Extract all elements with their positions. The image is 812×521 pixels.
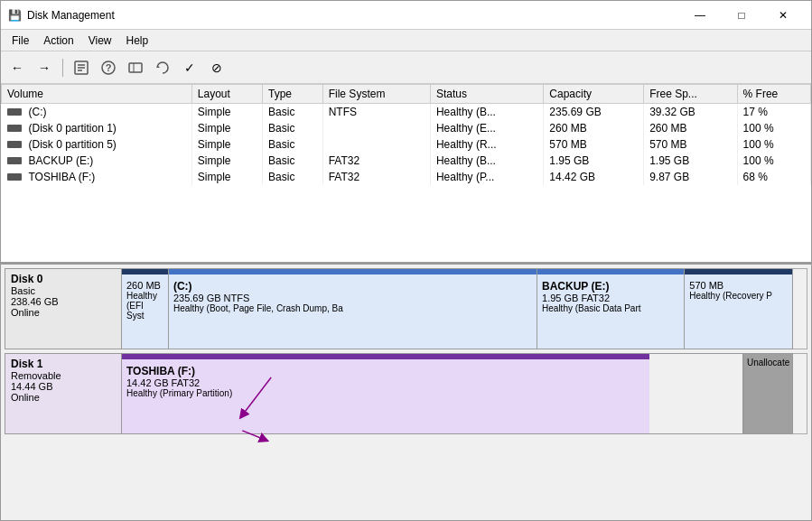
cell-type: Basic xyxy=(263,120,323,136)
disk0-partition-efi-content: 260 MB Healthy (EFI Syst xyxy=(126,280,163,321)
cell-pct: 100 % xyxy=(737,136,810,153)
disk1-partition-toshiba[interactable]: TOSHIBA (F:) 14.42 GB FAT32 Healthy (Pri… xyxy=(122,354,649,433)
cell-layout: Simple xyxy=(191,169,262,185)
disk0-recovery-content: 570 MB Healthy (Recovery P xyxy=(689,280,788,301)
cell-free: 260 MB xyxy=(644,120,737,136)
cell-volume: BACKUP (E:) xyxy=(2,153,192,169)
properties-button[interactable] xyxy=(69,56,94,79)
disk0-label: Disk 0 Basic 238.46 GB Online xyxy=(5,268,122,349)
cell-volume: (Disk 0 partition 5) xyxy=(2,136,192,153)
close-button[interactable]: ✕ xyxy=(762,1,804,30)
svg-marker-8 xyxy=(157,65,160,68)
disk1-type: Removable xyxy=(11,370,116,381)
maximize-button[interactable]: □ xyxy=(721,1,762,30)
col-layout: Layout xyxy=(191,85,262,104)
help-button[interactable]: ? xyxy=(96,56,121,79)
cell-volume: TOSHIBA (F:) xyxy=(2,169,192,185)
disk0-backup-status: Healthy (Basic Data Part xyxy=(542,303,679,313)
menu-help[interactable]: Help xyxy=(119,33,156,49)
disk0-partition-c-content: (C:) 235.69 GB NTFS Healthy (Boot, Page … xyxy=(173,280,532,313)
cancel-toolbar-button[interactable]: ⊘ xyxy=(204,56,229,79)
disk1-scrollbar[interactable] xyxy=(793,353,807,434)
disk1-name: Disk 1 xyxy=(11,358,116,370)
shrink-icon xyxy=(127,60,144,76)
svg-rect-6 xyxy=(129,63,142,72)
menu-view[interactable]: View xyxy=(81,33,119,49)
toolbar-separator-1 xyxy=(62,59,63,77)
disk0-partition-c[interactable]: (C:) 235.69 GB NTFS Healthy (Boot, Page … xyxy=(169,269,537,349)
disk0-backup-name: BACKUP (E:) xyxy=(542,280,679,293)
toolbar: ← → ? xyxy=(1,51,811,84)
cell-capacity: 235.69 GB xyxy=(544,104,644,121)
disk0-backup-size: 1.95 GB FAT32 xyxy=(542,293,679,303)
disk0-partition-backup-content: BACKUP (E:) 1.95 GB FAT32 Healthy (Basic… xyxy=(542,280,679,313)
cell-volume: (C:) xyxy=(2,104,192,121)
volume-table: Volume Layout Type File System Status Ca… xyxy=(1,84,811,185)
disk0-status: Online xyxy=(11,307,116,318)
col-free: Free Sp... xyxy=(644,85,737,104)
main-window: 💾 Disk Management — □ ✕ File Action View… xyxy=(0,0,812,521)
cell-pct: 100 % xyxy=(737,120,810,136)
col-status: Status xyxy=(430,85,543,104)
cell-fs: NTFS xyxy=(322,104,430,121)
cell-free: 1.95 GB xyxy=(644,153,737,169)
title-bar-controls: — □ ✕ xyxy=(679,1,804,30)
cell-type: Basic xyxy=(263,136,323,153)
back-button[interactable]: ← xyxy=(5,56,30,79)
menu-file[interactable]: File xyxy=(5,33,36,49)
disk1-status: Online xyxy=(11,392,116,403)
cell-status: Healthy (P... xyxy=(430,169,543,185)
disk1-partitions: TOSHIBA (F:) 14.42 GB FAT32 Healthy (Pri… xyxy=(122,353,743,434)
cell-fs: FAT32 xyxy=(322,169,430,185)
disk0-type: Basic xyxy=(11,285,116,296)
cell-layout: Simple xyxy=(191,120,262,136)
minimize-button[interactable]: — xyxy=(679,1,721,30)
table-row[interactable]: TOSHIBA (F:) Simple Basic FAT32 Healthy … xyxy=(2,169,811,185)
disk0-efi-size: 260 MB xyxy=(126,280,163,291)
refresh-icon xyxy=(154,60,171,76)
col-type: Type xyxy=(263,85,323,104)
cell-capacity: 260 MB xyxy=(544,120,644,136)
disk1-toshiba-status: Healthy (Primary Partition) xyxy=(126,388,645,398)
cell-layout: Simple xyxy=(191,136,262,153)
cell-pct: 68 % xyxy=(737,169,810,185)
list-pane[interactable]: Volume Layout Type File System Status Ca… xyxy=(1,84,811,265)
table-row[interactable]: BACKUP (E:) Simple Basic FAT32 Healthy (… xyxy=(2,153,811,169)
disk1-label: Disk 1 Removable 14.44 GB Online xyxy=(5,353,122,434)
disk0-partition-backup[interactable]: BACKUP (E:) 1.95 GB FAT32 Healthy (Basic… xyxy=(537,269,685,349)
check-button[interactable]: ✓ xyxy=(177,56,202,79)
cell-free: 570 MB xyxy=(644,136,737,153)
disk1-toshiba-name: TOSHIBA (F:) xyxy=(126,365,645,377)
disk1-toshiba-size: 14.42 GB FAT32 xyxy=(126,377,645,388)
table-row[interactable]: (Disk 0 partition 5) Simple Basic Health… xyxy=(2,136,811,153)
cell-status: Healthy (B... xyxy=(430,153,543,169)
menu-action[interactable]: Action xyxy=(36,33,80,49)
cell-free: 39.32 GB xyxy=(644,104,737,121)
disk0-name: Disk 0 xyxy=(11,273,116,285)
forward-button[interactable]: → xyxy=(32,56,57,79)
table-row[interactable]: (C:) Simple Basic NTFS Healthy (B... 235… xyxy=(2,104,811,121)
disk0-row: Disk 0 Basic 238.46 GB Online 260 MB Hea… xyxy=(5,268,807,349)
disk0-c-name: (C:) xyxy=(173,280,532,293)
disk1-row: Disk 1 Removable 14.44 GB Online TOSHIBA… xyxy=(5,353,807,434)
unallocated-text: Unallocate xyxy=(747,358,789,367)
window-title: Disk Management xyxy=(27,9,115,22)
cell-free: 9.87 GB xyxy=(644,169,737,185)
disk0-size: 238.46 GB xyxy=(11,296,116,307)
disk0-partitions: 260 MB Healthy (EFI Syst (C:) 235.69 GB … xyxy=(122,268,793,349)
shrink-button[interactable] xyxy=(123,56,148,79)
disk0-scrollbar[interactable] xyxy=(793,268,807,349)
cell-status: Healthy (R... xyxy=(430,136,543,153)
disk0-recovery-size: 570 MB xyxy=(689,280,788,291)
col-pct: % Free xyxy=(737,85,810,104)
disk0-partition-recovery[interactable]: 570 MB Healthy (Recovery P xyxy=(685,269,792,349)
cell-type: Basic xyxy=(263,104,323,121)
disk1-size: 14.44 GB xyxy=(11,381,116,392)
table-row[interactable]: (Disk 0 partition 1) Simple Basic Health… xyxy=(2,120,811,136)
graph-pane: Disk 0 Basic 238.46 GB Online 260 MB Hea… xyxy=(1,265,811,520)
disk0-partition-efi[interactable]: 260 MB Healthy (EFI Syst xyxy=(122,269,169,349)
refresh-button[interactable] xyxy=(150,56,175,79)
disk0-c-size: 235.69 GB NTFS xyxy=(173,293,532,303)
cell-status: Healthy (B... xyxy=(430,104,543,121)
menu-bar: File Action View Help xyxy=(1,30,811,51)
